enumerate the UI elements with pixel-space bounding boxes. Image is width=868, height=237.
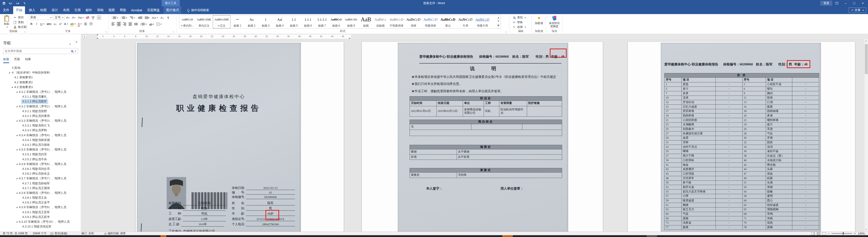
select-button[interactable]: ↖选择 xyxy=(512,25,527,29)
italic-button[interactable]: I xyxy=(34,21,39,26)
scroll-up-arrow[interactable]: ▲ xyxy=(864,39,868,43)
align-right-button[interactable] xyxy=(122,22,127,27)
superscript-button[interactable]: x² xyxy=(58,21,63,26)
style-chip[interactable]: AaBbCcDc标题 9 xyxy=(343,15,359,28)
nav-tab-页面[interactable]: 页面 xyxy=(14,57,20,63)
style-chip[interactable]: AaB标题 xyxy=(359,15,373,28)
collapse-arrow-icon[interactable]: ◢ xyxy=(16,133,18,138)
collapse-arrow-icon[interactable]: ◢ xyxy=(9,70,10,75)
heading-item[interactable]: ◢4.3.1 车辆情况（序号1）、驾押人员 xyxy=(0,90,80,94)
line-spacing-button[interactable]: ↕ xyxy=(139,22,148,27)
style-chip[interactable]: AaBbCcD明显强调 xyxy=(422,15,439,28)
styles-scroll-up[interactable] xyxy=(496,15,501,20)
phonetic-guide-button[interactable]: wén文 xyxy=(91,15,95,20)
paste-button[interactable]: 粘贴 xyxy=(1,15,12,31)
heading-item[interactable]: 4.3.2.2 押运员刘青伟 xyxy=(0,113,80,118)
style-chip[interactable]: AaBbCc副标题 xyxy=(373,15,388,28)
format-painter-button[interactable]: 格式刷 xyxy=(12,25,28,29)
style-chip[interactable]: AaBbCcD不明显强调 xyxy=(388,15,405,28)
heading-item[interactable]: 4.3.4.1 驾驶员林喜国 xyxy=(0,138,80,142)
strikethrough-button[interactable]: abc xyxy=(46,21,52,26)
right-indent-marker[interactable] xyxy=(349,37,350,39)
scroll-down-arrow[interactable]: ▼ xyxy=(864,228,868,232)
paragraph-dialog-launcher[interactable]: ↘ xyxy=(172,30,175,33)
style-chip[interactable]: Aa标题 2 xyxy=(245,15,259,28)
first-line-indent-marker[interactable] xyxy=(97,34,98,37)
heading-item[interactable]: 4.3.4.2 押运员马德良 xyxy=(0,142,80,147)
heading-item[interactable]: 4.3.7.2 押运员王国强 xyxy=(0,186,80,191)
style-chip[interactable]: 一标题 1 xyxy=(230,15,245,28)
tab-插入[interactable]: 插入 xyxy=(28,6,36,14)
clear-formatting-button[interactable] xyxy=(85,15,90,20)
scrollbar-thumb[interactable] xyxy=(865,44,868,74)
change-case-button[interactable]: Aa xyxy=(77,15,85,20)
collapse-arrow-icon[interactable]: ◢ xyxy=(16,118,18,123)
style-chip[interactable]: 1标题 3 xyxy=(259,15,273,28)
tab-邮件[interactable]: 邮件 xyxy=(85,6,93,14)
document-canvas[interactable]: 盘锦爱华健康体检中心 职业健康检查报告 体检日期:2025-03-15编 号:4… xyxy=(81,39,868,232)
highlight-color-button[interactable]: ab xyxy=(69,21,76,26)
tab-视图[interactable]: 视图 xyxy=(107,6,116,14)
nav-pane-close-icon[interactable]: × xyxy=(75,40,78,44)
collapse-arrow-icon[interactable]: ◢ xyxy=(16,147,18,152)
heading-item[interactable]: 4.3.6.2 押运员孙友文 xyxy=(0,171,80,176)
multilevel-list-button[interactable] xyxy=(129,15,136,20)
undo-button[interactable] xyxy=(9,1,13,5)
heading-item[interactable]: ◢4.3.9 车辆情况（序号9）、驾押人员 xyxy=(0,205,80,209)
justify-button[interactable] xyxy=(128,22,132,27)
collapse-arrow-icon[interactable]: ◢ xyxy=(16,205,18,209)
asian-layout-button[interactable]: A⇄ xyxy=(151,15,159,20)
heading-item[interactable]: 4.3.9.1 驾驶员王亚军 xyxy=(0,210,80,214)
bullets-button[interactable] xyxy=(111,15,119,20)
text-effects-button[interactable]: A xyxy=(63,21,69,26)
grow-font-button[interactable]: A▲ xyxy=(65,15,70,20)
zoom-in-button[interactable]: + xyxy=(854,232,856,235)
heading-item[interactable]: ◢4.3.4 车辆情况（序号4）、驾押人员 xyxy=(0,133,80,138)
heading-item[interactable]: 4.3.10.1 驾驶员张志军 xyxy=(0,224,80,229)
page-total-status[interactable]: 共 1088 页 xyxy=(14,232,28,235)
heading-item[interactable]: ◢4.3.8 车辆情况（序号8）、驾押人员 xyxy=(0,191,80,195)
style-chip[interactable]: AaBbCcD明显引用 xyxy=(474,15,491,28)
increase-indent-button[interactable]: ▶ xyxy=(144,15,150,20)
heading-item[interactable]: 4.3.8.2 押运员王金平 xyxy=(0,200,80,205)
language-status[interactable]: 英语(美国) xyxy=(55,232,67,235)
tab-文件[interactable]: 文件 xyxy=(2,6,10,14)
tab-帮助[interactable]: 帮助 xyxy=(119,6,127,14)
document-search-box[interactable]: 在文档中搜索 xyxy=(3,48,78,54)
zoom-level[interactable]: 140% xyxy=(858,232,865,235)
heading-item[interactable]: 4.3.5.2 押运员牛犇 xyxy=(0,157,80,162)
share-button[interactable]: ↗ 共享 xyxy=(849,7,866,13)
heading-item[interactable]: 3 其他: xyxy=(0,65,80,70)
style-chip[interactable]: AaBbCcD引用 xyxy=(457,15,474,28)
collapse-arrow-icon[interactable]: ◢ xyxy=(16,219,18,224)
collapse-arrow-icon[interactable]: ◢ xyxy=(16,90,18,94)
style-chip[interactable]: 1.1标题 5 xyxy=(287,15,301,28)
style-chip[interactable]: AaBbCcD↵表内列... xyxy=(179,15,195,28)
zoom-slider[interactable] xyxy=(832,233,852,234)
style-chip[interactable]: Aal标题 4 xyxy=(273,15,287,28)
heading-item[interactable]: ◢4.3.2 车辆情况（序号2）、驾押人员 xyxy=(0,104,80,109)
tab-审阅[interactable]: 审阅 xyxy=(96,6,104,14)
shrink-font-button[interactable]: A▼ xyxy=(71,15,76,20)
underline-button[interactable]: U xyxy=(39,21,45,26)
tell-me-search[interactable]: 操作说明搜索 xyxy=(187,6,209,14)
styles-scroll-down[interactable] xyxy=(496,20,501,24)
page-number-status[interactable]: 第 73 页 xyxy=(3,232,13,235)
minimize-button[interactable]: – xyxy=(842,0,849,6)
heading-item[interactable]: 4.3.1.1 驾驶员董礼 xyxy=(0,94,80,99)
zoom-out-button[interactable]: − xyxy=(828,232,830,235)
maximize-button[interactable]: □ xyxy=(850,0,858,6)
proofing-status-icon[interactable] xyxy=(51,233,53,235)
align-left-button[interactable] xyxy=(111,22,116,27)
save-to-netdisk-button[interactable]: 保存到百度网盘 xyxy=(548,15,561,31)
heading-item[interactable]: 4.3.2.1 驾驶员郭野 xyxy=(0,109,80,113)
style-chip[interactable]: 1.1.1.1标题 7 xyxy=(315,15,329,28)
heading-item[interactable]: 4.3.1.2 押运员陈军 xyxy=(0,99,80,104)
heading-item[interactable]: 4.1 资格要求1 xyxy=(0,75,80,80)
web-layout-button[interactable] xyxy=(822,232,826,235)
show-marks-button[interactable]: ¶ xyxy=(166,15,170,20)
tab-图片格式[interactable]: 图片格式 xyxy=(165,6,180,14)
font-dialog-launcher[interactable]: ↘ xyxy=(105,30,107,33)
nav-pane-options-chevron[interactable] xyxy=(69,42,71,46)
heading-item[interactable]: 4.3.9.2 押运员王跃丰 xyxy=(0,214,80,219)
